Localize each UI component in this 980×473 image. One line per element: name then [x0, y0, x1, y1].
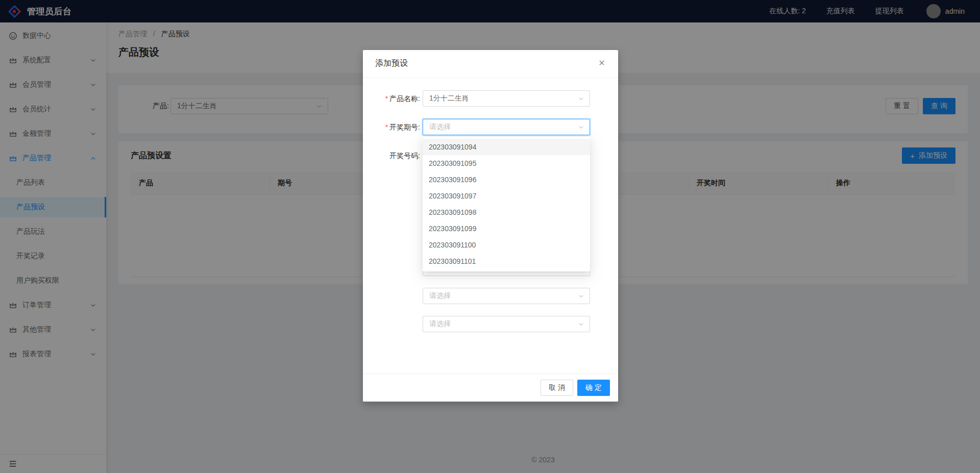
dropdown-option[interactable]: 202303091095: [423, 155, 590, 171]
add-preset-modal: 添加预设 ✕ *产品名称: 1分十二生肖 *开奖期号: 请选择 开奖号码:: [363, 50, 618, 402]
draw-issue-label: *开奖期号:: [375, 119, 420, 135]
draw-issue-select[interactable]: 请选择: [423, 119, 590, 135]
draw-number-select-7[interactable]: 请选择: [423, 316, 590, 332]
dropdown-option[interactable]: 202303091094: [423, 139, 590, 155]
dropdown-option[interactable]: 202303091096: [423, 171, 590, 188]
issue-dropdown: 202303091094 202303091095 202303091096 2…: [423, 137, 590, 271]
modal-title: 添加预设: [375, 59, 408, 67]
draw-numbers-label: 开奖号码:: [375, 147, 420, 344]
modal-header: 添加预设 ✕: [363, 50, 618, 78]
chevron-down-icon: [578, 293, 584, 299]
product-name-select[interactable]: 1分十二生肖: [423, 90, 590, 107]
dropdown-option[interactable]: 202303091099: [423, 220, 590, 237]
dropdown-option[interactable]: 202303091098: [423, 204, 590, 220]
dropdown-option[interactable]: 202303091101: [423, 253, 590, 269]
ok-button[interactable]: 确 定: [577, 380, 610, 396]
required-mark: *: [385, 123, 388, 131]
draw-issue-placeholder: 请选择: [429, 122, 451, 132]
product-name-label: *产品名称:: [375, 90, 420, 107]
draw-number-select-6[interactable]: 请选择: [423, 288, 590, 304]
chevron-down-icon: [578, 321, 584, 327]
dropdown-option[interactable]: 202303091100: [423, 237, 590, 253]
product-name-row: *产品名称: 1分十二生肖: [375, 90, 606, 107]
chevron-down-icon: [578, 96, 584, 102]
admin-backend-screen: 管理员后台 在线人数: 2 充值列表 提现列表 admin 数据中心 系统配置 …: [0, 0, 980, 473]
draw-issue-row: *开奖期号: 请选择: [375, 119, 606, 135]
dropdown-option[interactable]: 202303091097: [423, 188, 590, 204]
chevron-down-icon: [578, 125, 584, 130]
product-name-value: 1分十二生肖: [429, 94, 469, 103]
modal-footer: 取 消 确 定: [363, 374, 618, 402]
required-mark: *: [385, 94, 388, 103]
cancel-button[interactable]: 取 消: [541, 380, 573, 396]
close-icon[interactable]: ✕: [596, 58, 607, 69]
